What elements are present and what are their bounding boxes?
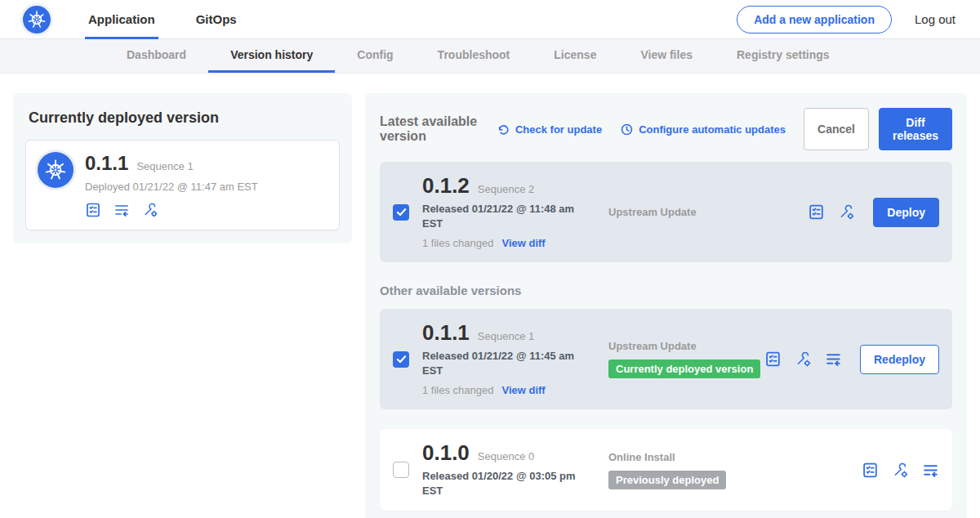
configure-automatic-updates-link[interactable]: Configure automatic updates [620,123,786,136]
currently-deployed-title: Currently deployed version [29,109,336,127]
version-number: 0.1.1 [422,322,470,343]
latest-version-title: Latest available version [380,114,483,144]
subnav-tab-version-history[interactable]: Version history [208,39,335,73]
version-info: 0.1.0 Sequence 0 Released 01/20/22 @ 03:… [422,442,586,498]
subnav-tab-license-label: License [554,48,596,61]
logout-button[interactable]: Log out [915,12,956,26]
currently-deployed-badge: Currently deployed version [608,359,760,378]
version-row-0-1-0: 0.1.0 Sequence 0 Released 01/20/22 @ 03:… [380,429,952,511]
tab-gitops[interactable]: GitOps [193,0,240,39]
logs-icon[interactable] [114,202,130,218]
release-notes-icon[interactable] [862,462,879,479]
source-label: Upstream Update [608,206,764,218]
deploy-button[interactable]: Deploy [873,198,939,227]
deployed-version-sequence: Sequence 1 [136,160,193,172]
clock-icon [620,123,634,136]
subnav-tab-view-files[interactable]: View files [618,39,715,73]
subnav-tab-version-history-label: Version history [230,48,313,61]
deployed-version-number: 0.1.1 [85,152,128,175]
refresh-icon [497,123,510,136]
version-sequence: Sequence 2 [478,183,534,195]
files-changed-label: 1 files changed [422,384,493,396]
config-icon[interactable] [838,203,855,221]
release-notes-icon[interactable] [85,202,101,218]
release-notes-icon[interactable] [764,351,782,368]
available-versions-card: Latest available version Check for updat… [365,93,967,518]
version-number: 0.1.0 [422,442,470,463]
subnav-tab-view-files-label: View files [640,48,693,61]
subnav-tab-troubleshoot[interactable]: Troubleshoot [416,39,532,73]
cancel-button[interactable]: Cancel [804,108,869,150]
deployed-version-detail: 0.1.1 Sequence 1 Deployed 01/21/22 @ 11:… [25,140,340,230]
source-label: Online Install [608,451,764,463]
version-source: Online Install Previously deployed [608,451,764,489]
header-actions: Cancel Diff releases [804,108,952,150]
row-actions: Redeploy [764,345,939,374]
version-checkbox[interactable] [393,462,409,478]
main-content: Currently deployed version 0.1.1 Sequenc… [0,74,980,518]
tab-gitops-label: GitOps [196,12,237,26]
version-row-0-1-2: 0.1.2 Sequence 2 Released 01/21/22 @ 11:… [380,162,952,262]
version-checkbox[interactable] [393,204,409,221]
subnav-tab-registry-settings[interactable]: Registry settings [715,39,852,73]
check-for-update-label: Check for update [515,123,602,136]
released-timestamp: Released 01/21/22 @ 11:45 am EST [422,349,584,377]
subnav-tab-dashboard-label: Dashboard [127,48,186,61]
version-info: 0.1.2 Sequence 2 Released 01/21/22 @ 11:… [422,175,586,249]
subnav-tab-troubleshoot-label: Troubleshoot [438,48,510,61]
source-label: Upstream Update [608,340,764,352]
row-actions: Deploy [808,198,939,227]
version-info: 0.1.1 Sequence 1 Released 01/21/22 @ 11:… [422,322,586,396]
kubernetes-logo-icon [23,6,51,33]
app-logo-icon [38,152,74,188]
logs-icon[interactable] [825,351,842,368]
version-source: Upstream Update Currently deployed versi… [608,340,764,378]
release-notes-icon[interactable] [808,203,825,221]
version-source: Upstream Update [608,206,764,218]
released-timestamp: Released 01/20/22 @ 03:05 pm EST [422,469,584,498]
view-diff-link[interactable]: View diff [501,384,545,396]
version-number: 0.1.2 [422,175,470,196]
deployed-version-info: 0.1.1 Sequence 1 Deployed 01/21/22 @ 11:… [85,152,258,218]
subnav-tab-license[interactable]: License [532,39,618,73]
version-sequence: Sequence 0 [478,450,534,462]
currently-deployed-card: Currently deployed version 0.1.1 Sequenc… [13,93,352,243]
tab-application[interactable]: Application [85,0,158,39]
row-actions [862,462,939,479]
version-row-0-1-1: 0.1.1 Sequence 1 Released 01/21/22 @ 11:… [380,309,952,409]
config-icon[interactable] [892,462,909,479]
version-checkbox[interactable] [393,351,409,368]
previously-deployed-badge: Previously deployed [608,471,726,489]
add-new-application-button[interactable]: Add a new application [737,6,892,33]
check-for-update-link[interactable]: Check for update [497,123,602,136]
logs-icon[interactable] [922,462,939,479]
other-versions-title: Other available versions [380,284,952,297]
configure-automatic-updates-label: Configure automatic updates [639,123,786,136]
released-timestamp: Released 01/21/22 @ 11:48 am EST [422,202,584,230]
redeploy-button[interactable]: Redeploy [860,345,939,374]
version-sequence: Sequence 1 [478,330,534,342]
top-bar: Application GitOps Add a new application… [0,0,980,39]
subnav-tab-config-label: Config [357,48,393,61]
subnav-tab-registry-settings-label: Registry settings [737,48,830,61]
latest-version-header: Latest available version Check for updat… [380,108,952,150]
app-subnav: Dashboard Version history Config Trouble… [0,39,980,74]
subnav-tab-dashboard[interactable]: Dashboard [105,39,208,73]
config-icon[interactable] [795,351,812,368]
view-diff-link[interactable]: View diff [501,237,545,249]
files-changed-label: 1 files changed [422,237,493,249]
config-icon[interactable] [142,202,158,218]
diff-releases-button[interactable]: Diff releases [879,108,952,150]
tab-application-label: Application [88,12,155,26]
subnav-tab-config[interactable]: Config [335,39,415,73]
deployed-timestamp: Deployed 01/21/22 @ 11:47 am EST [85,181,258,193]
